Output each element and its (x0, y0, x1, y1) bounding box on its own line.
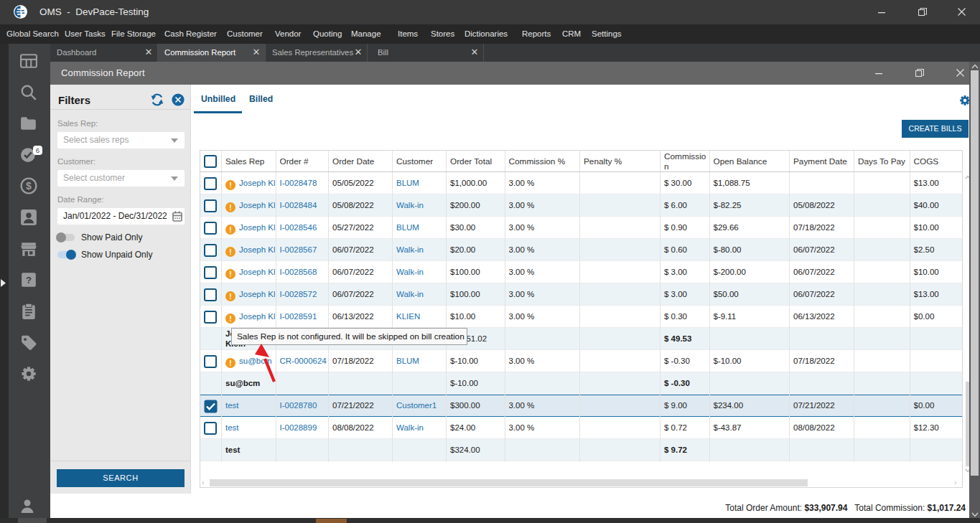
svg-text:$: $ (26, 180, 32, 192)
svg-text:?: ? (26, 275, 32, 286)
